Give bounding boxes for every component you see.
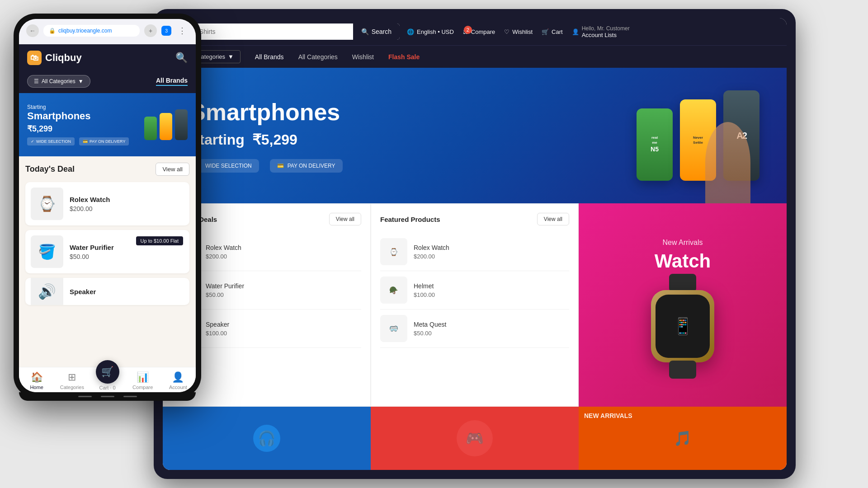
phone-deal-0[interactable]: ⌚ Rolex Watch $200.00 xyxy=(25,182,189,225)
deals-header: Today's Deal View all xyxy=(25,163,189,176)
featured-info-1: Helmet $100.00 xyxy=(414,282,435,298)
hero-text: Smartphones Starting ₹5,299 ✓ WIDE SELEC… xyxy=(190,99,343,173)
phone-device: ← 🔒 cliqbuy.trioeangle.com + 3 ⋮ 🛍 Cliqb… xyxy=(14,14,201,398)
phone-app-nav: ☰ All Categories ▼ All Brands xyxy=(19,71,196,93)
tablet-screen: 🔍 Search 🌐 English • USD ⚖ 2 Compare xyxy=(163,18,787,470)
hero-phone-green: realmeN5 xyxy=(637,108,673,181)
phone-home-bar xyxy=(19,392,196,401)
hero-image: realmeN5 NeverSettle A2 xyxy=(637,90,760,181)
user-icon: 👤 xyxy=(572,28,579,35)
phone-app: 🛍 Cliqbuy 🔍 ☰ All Categories ▼ All Brand… xyxy=(19,44,196,392)
phone-app-header: 🛍 Cliqbuy 🔍 xyxy=(19,44,196,71)
watch-strap-top xyxy=(669,274,696,292)
mini-phone-green xyxy=(144,117,157,140)
phone-banner-phones xyxy=(144,109,188,140)
compare-badge: 2 xyxy=(464,26,472,34)
phone-deal-1[interactable]: 🪣 Water Purifier $50.00 Up to $10.00 Fla… xyxy=(25,230,189,273)
phone-browser-bar: ← 🔒 cliqbuy.trioeangle.com + 3 ⋮ xyxy=(19,19,196,44)
new-arrivals-card: New Arrivals Watch 📱 xyxy=(579,203,787,407)
new-arrivals-title: Watch xyxy=(655,250,711,272)
nav-item-brands[interactable]: All Brands xyxy=(255,51,284,63)
nav-account[interactable]: 👤 Account xyxy=(160,371,196,390)
deal-thumb-phone-0: ⌚ xyxy=(31,188,63,220)
hero-badges: ✓ WIDE SELECTION 💳 PAY ON DELIVERY xyxy=(190,159,343,173)
featured-info-2: Meta Quest $50.00 xyxy=(414,321,446,337)
nav-home[interactable]: 🏠 Home xyxy=(19,371,54,390)
featured-view-all[interactable]: View all xyxy=(537,213,569,225)
browser-menu-button[interactable]: ⋮ xyxy=(176,24,189,37)
featured-products-card: Featured Products View all ⌚ Rolex Watch… xyxy=(371,203,579,407)
featured-item-2[interactable]: 🥽 Meta Quest $50.00 xyxy=(380,310,569,348)
phone-logo: 🛍 Cliqbuy xyxy=(27,51,82,65)
nav-compare[interactable]: 📊 Compare xyxy=(125,371,160,390)
phone-categories-button[interactable]: ☰ All Categories ▼ xyxy=(27,75,90,88)
home-bar-back xyxy=(78,396,92,397)
compare-button[interactable]: ⚖ 2 Compare xyxy=(463,28,495,35)
nav-item-flash-sale[interactable]: Flash Sale xyxy=(388,51,420,63)
bottom-banner-0[interactable]: 🎧 xyxy=(163,407,371,470)
cart-icon: 🛒 xyxy=(542,28,549,35)
categories-icon: ⊞ xyxy=(68,371,76,383)
phone-banner-price: ₹5,299 xyxy=(27,124,129,134)
account-button[interactable]: 👤 Hello, Mr. Customer Account Lists xyxy=(572,25,630,38)
cart-fab[interactable]: 🛒 xyxy=(96,360,119,384)
language-selector[interactable]: 🌐 English • USD xyxy=(407,28,454,35)
wishlist-button[interactable]: ♡ Wishlist xyxy=(504,28,533,35)
tablet-search-button[interactable]: 🔍 Search xyxy=(353,23,400,40)
deal-info-2: Speaker $100.00 xyxy=(206,321,229,337)
nav-item-wishlist[interactable]: Wishlist xyxy=(352,51,374,63)
home-bar-recent xyxy=(123,396,137,397)
phone-banner: Starting Smartphones ₹5,299 ✓ WIDE SELEC… xyxy=(19,93,196,156)
cart-icon-fab: 🛒 xyxy=(101,366,113,378)
deal-thumb-phone-1: 🪣 xyxy=(31,235,63,268)
featured-title: Featured Products xyxy=(380,216,440,223)
phone-brands-label[interactable]: All Brands xyxy=(156,77,188,86)
heart-icon: ♡ xyxy=(504,28,509,35)
watch-display: 📱 xyxy=(651,290,714,362)
tab-counter[interactable]: 3 xyxy=(161,26,171,36)
logo-icon: 🛍 xyxy=(27,51,42,65)
today-deals-view-all[interactable]: View all xyxy=(329,213,361,225)
featured-info-0: Rolex Watch $200.00 xyxy=(414,244,449,260)
tablet-main: Smartphones Starting ₹5,299 ✓ WIDE SELEC… xyxy=(163,68,787,470)
account-icon-nav: 👤 xyxy=(172,371,184,383)
nav-cart[interactable]: 🛒 Cart · 0 xyxy=(90,371,125,390)
phone-deals-section: Today's Deal View all ⌚ Rolex Watch $200… xyxy=(19,156,196,367)
tablet-nav: ☰ All Categories ▼ All Brands All Catego… xyxy=(163,45,787,68)
browser-back-button[interactable]: ← xyxy=(26,24,39,37)
search-icon: 🔍 xyxy=(361,28,369,35)
account-label: Account Lists xyxy=(582,32,630,38)
phone-search-button[interactable]: 🔍 xyxy=(175,52,188,64)
phone-deal-2[interactable]: 🔊 Speaker xyxy=(25,278,189,305)
phone-banner-title: Smartphones xyxy=(27,110,129,122)
deals-view-all-button[interactable]: View all xyxy=(156,163,189,176)
browser-controls: ← 🔒 cliqbuy.trioeangle.com + 3 ⋮ xyxy=(26,24,189,37)
tablet-search-bar[interactable]: 🔍 Search xyxy=(174,23,400,40)
user-greeting: Hello, Mr. Customer xyxy=(582,25,630,32)
watch-face: 📱 xyxy=(656,295,710,358)
new-arrivals-label: New Arrivals xyxy=(663,239,703,247)
hero-badge-payment: 💳 PAY ON DELIVERY xyxy=(270,159,343,173)
compare-icon-nav: 📊 xyxy=(137,371,149,383)
products-section: Today's Deals View all ⌚ Rolex Watch $20… xyxy=(163,203,787,407)
cart-button[interactable]: 🛒 Cart xyxy=(542,28,563,35)
deal-info-phone-0: Rolex Watch $200.00 xyxy=(70,196,110,212)
deal-thumb-phone-2: 🔊 xyxy=(31,278,63,305)
hero-title: Smartphones xyxy=(190,99,343,126)
nav-categories[interactable]: ⊞ Categories xyxy=(54,371,90,390)
phone-banner-starting: Starting xyxy=(27,104,129,110)
mini-phone-yellow xyxy=(160,113,172,140)
bottom-banner-2[interactable]: NEW ARRIVALS 🎵 xyxy=(579,407,787,470)
featured-header: Featured Products View all xyxy=(380,213,569,225)
menu-icon-phone: ☰ xyxy=(34,78,39,84)
browser-new-tab-button[interactable]: + xyxy=(144,24,157,37)
deal-badge-1: Up to $10.00 Flat xyxy=(136,236,183,245)
featured-item-0[interactable]: ⌚ Rolex Watch $200.00 xyxy=(380,233,569,271)
nav-item-categories[interactable]: All Categories xyxy=(298,51,338,63)
phone-bottom-nav: 🏠 Home ⊞ Categories 🛒 Cart · 0 📊 Compare xyxy=(19,367,196,392)
bottom-banner-1[interactable]: 🎮 xyxy=(371,407,579,470)
featured-item-1[interactable]: 🪖 Helmet $100.00 xyxy=(380,271,569,310)
hero-price: Starting ₹5,299 xyxy=(190,131,343,148)
phone-badge-payment: 💳 PAY ON DELIVERY xyxy=(79,137,129,145)
browser-url-bar[interactable]: 🔒 cliqbuy.trioeangle.com xyxy=(43,25,140,37)
